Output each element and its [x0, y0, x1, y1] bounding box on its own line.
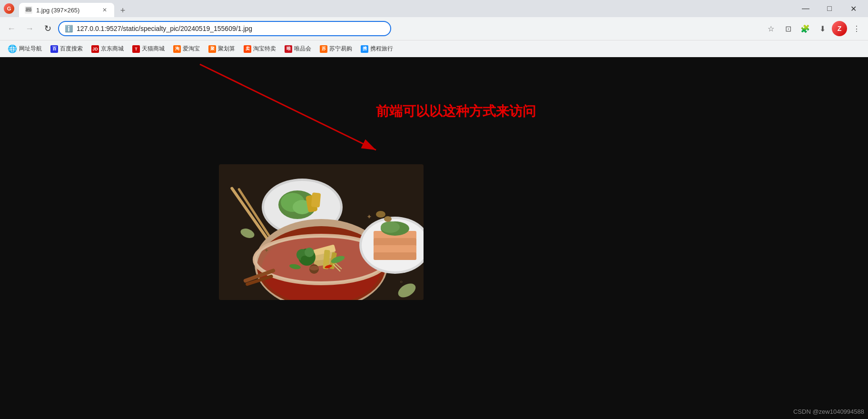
tmall-icon: T — [132, 45, 140, 53]
juhua-icon: 聚 — [208, 45, 216, 53]
svg-point-34 — [309, 266, 319, 270]
svg-line-4 — [200, 64, 376, 150]
google-avatar[interactable]: G — [4, 3, 14, 14]
taobao-icon: 淘 — [173, 45, 181, 53]
bookmark-juhua-label: 聚划算 — [218, 45, 235, 53]
split-screen-button[interactable]: ⊡ — [780, 21, 796, 36]
svg-point-53 — [384, 216, 392, 222]
page-content: 前端可以以这种方式来访问 — [0, 57, 868, 419]
tabs-area: JPG 1.jpg (397×265) ✕ + — [19, 0, 795, 17]
svg-point-52 — [376, 211, 385, 218]
window-controls: — □ ✕ — [795, 0, 864, 17]
bookmark-nav-label: 网址导航 — [19, 45, 42, 53]
svg-text:○: ○ — [400, 279, 403, 284]
bookmark-tmall[interactable]: T 天猫商城 — [128, 43, 168, 55]
suning-icon: 苏 — [320, 45, 327, 53]
bookmark-ctrip[interactable]: 携 携程旅行 — [357, 43, 397, 55]
bookmark-suning-label: 苏宁易购 — [329, 45, 352, 53]
food-image: ✦ ✦ ○ — [219, 164, 424, 300]
tab-favicon: JPG — [25, 6, 32, 14]
profile-button[interactable]: Z — [832, 21, 847, 36]
svg-point-44 — [381, 221, 400, 233]
svg-text:✦: ✦ — [264, 247, 269, 254]
extensions-button[interactable]: 🧩 — [798, 21, 813, 36]
annotation-container: 前端可以以这种方式来访问 — [0, 57, 868, 419]
info-icon: ℹ️ — [65, 25, 73, 32]
svg-rect-13 — [311, 192, 321, 207]
baidu-icon: 百 — [50, 45, 58, 53]
address-bar[interactable]: ℹ️ 127.0.0.1:9527/static/specialty_pic/2… — [58, 21, 391, 36]
tab-title: 1.jpg (397×265) — [36, 7, 79, 14]
ctrip-icon: 携 — [361, 45, 368, 53]
bookmark-taobao[interactable]: 淘 爱淘宝 — [169, 43, 204, 55]
address-right-controls: ☆ ⊡ 🧩 ⬇ Z ⋮ — [763, 21, 864, 36]
url-text: 127.0.0.1:9527/static/specialty_pic/2024… — [77, 25, 385, 32]
jd-icon: JD — [91, 45, 99, 53]
bookmark-taospecial[interactable]: 卖 淘宝特卖 — [240, 43, 280, 55]
bookmark-ctrip-label: 携程旅行 — [370, 45, 393, 53]
bookmark-taobao-label: 爱淘宝 — [183, 45, 200, 53]
maximize-button[interactable]: □ — [819, 0, 840, 17]
vip-icon: 唯 — [285, 45, 292, 53]
annotation-text: 前端可以以这种方式来访问 — [376, 102, 536, 120]
bookmark-baidu[interactable]: 百 百度搜索 — [47, 43, 87, 55]
svg-text:JPG: JPG — [25, 8, 32, 11]
svg-point-27 — [301, 256, 308, 263]
back-button[interactable]: ← — [4, 21, 19, 36]
browser-frame: G JPG 1.jpg (397×265) ✕ + — □ ✕ ← → ↻ ℹ️… — [0, 0, 868, 419]
bookmark-jd[interactable]: JD 京东商城 — [88, 43, 128, 55]
taospecial-icon: 卖 — [244, 45, 251, 53]
svg-text:✦: ✦ — [366, 213, 372, 220]
annotation-arrow — [0, 57, 868, 419]
menu-button[interactable]: ⋮ — [849, 21, 864, 36]
bookmark-tmall-label: 天猫商城 — [142, 45, 165, 53]
svg-point-26 — [305, 248, 314, 257]
watermark: CSDN @zew1040994588 — [793, 408, 864, 415]
download-button[interactable]: ⬇ — [815, 21, 830, 36]
bookmark-suning[interactable]: 苏 苏宁易购 — [316, 43, 356, 55]
active-tab[interactable]: JPG 1.jpg (397×265) ✕ — [19, 3, 114, 17]
bookmark-baidu-label: 百度搜索 — [60, 45, 83, 53]
title-bar: G JPG 1.jpg (397×265) ✕ + — □ ✕ — [0, 0, 868, 17]
refresh-button[interactable]: ↻ — [40, 21, 55, 36]
address-bar-area: ← → ↻ ℹ️ 127.0.0.1:9527/static/specialty… — [0, 17, 868, 40]
minimize-button[interactable]: — — [795, 0, 817, 17]
bookmark-taospecial-label: 淘宝特卖 — [253, 45, 276, 53]
forward-button[interactable]: → — [22, 21, 37, 36]
bookmarks-bar: 🌐 网址导航 百 百度搜索 JD 京东商城 T 天猫商城 淘 爱淘宝 聚 聚划算… — [0, 40, 868, 57]
bookmark-vip[interactable]: 唯 唯品会 — [281, 43, 315, 55]
close-button[interactable]: ✕ — [842, 0, 864, 17]
bookmark-vip-label: 唯品会 — [294, 45, 311, 53]
bookmark-juhua[interactable]: 聚 聚划算 — [205, 43, 239, 55]
food-illustration: ✦ ✦ ○ — [219, 164, 424, 300]
bookmark-nav[interactable]: 🌐 网址导航 — [4, 42, 46, 55]
new-tab-button[interactable]: + — [116, 4, 129, 17]
bookmark-star-button[interactable]: ☆ — [763, 21, 779, 36]
bookmark-jd-label: 京东商城 — [101, 45, 124, 53]
svg-rect-42 — [374, 252, 416, 260]
tab-close-button[interactable]: ✕ — [101, 6, 108, 14]
